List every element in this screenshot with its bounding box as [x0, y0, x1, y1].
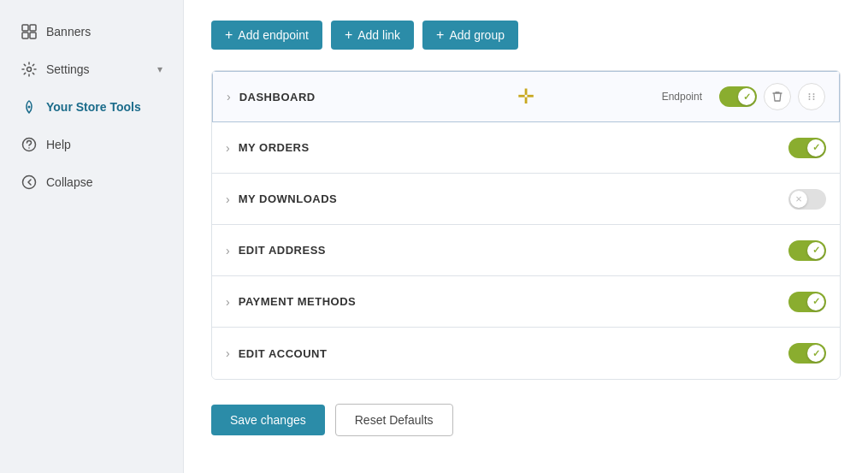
svg-point-14	[813, 98, 815, 100]
toggle-dashboard[interactable]	[719, 86, 757, 107]
sidebar-item-label: Collapse	[46, 175, 92, 189]
delete-button[interactable]	[764, 83, 791, 110]
sidebar-item-label: Banners	[46, 25, 91, 38]
toggle-my-downloads[interactable]	[788, 189, 826, 210]
svg-point-12	[813, 96, 815, 98]
add-group-button[interactable]: + Add group	[422, 21, 518, 50]
svg-rect-0	[22, 25, 28, 31]
svg-point-10	[813, 93, 815, 95]
row-expand-icon[interactable]: ›	[226, 244, 230, 257]
reset-defaults-button[interactable]: Reset Defaults	[335, 404, 453, 436]
toggle-edit-address[interactable]	[788, 240, 826, 261]
sidebar-item-your-store-tools[interactable]: Your Store Tools	[5, 90, 178, 124]
main-content: + Add endpoint + Add link + Add group › …	[184, 0, 868, 473]
add-link-button[interactable]: + Add link	[331, 21, 414, 50]
sidebar-item-help[interactable]: Help	[5, 127, 178, 162]
sidebar: Banners Settings ▾ Your Store Tools	[0, 0, 184, 473]
row-actions	[788, 240, 826, 261]
row-expand-icon[interactable]: ›	[227, 90, 231, 103]
row-expand-icon[interactable]: ›	[226, 346, 230, 360]
svg-point-11	[809, 96, 811, 98]
chevron-down-icon: ▾	[157, 63, 162, 75]
row-actions: Endpoint	[662, 83, 825, 110]
rocket-icon	[21, 98, 38, 115]
sidebar-item-collapse[interactable]: Collapse	[5, 165, 178, 199]
sidebar-item-label: Settings	[46, 62, 90, 76]
svg-point-7	[28, 147, 30, 149]
table-row: › EDIT ADDRESS	[212, 225, 840, 276]
plus-icon: +	[345, 27, 352, 43]
svg-point-5	[28, 106, 31, 109]
svg-point-13	[809, 98, 811, 100]
table-row: › PAYMENT METHODS	[212, 276, 840, 328]
save-button[interactable]: Save changes	[211, 405, 325, 435]
svg-rect-3	[30, 33, 36, 38]
grid-icon	[21, 23, 38, 40]
menu-list: › DASHBOARD ✛ Endpoint	[211, 70, 841, 380]
svg-point-4	[27, 68, 32, 72]
help-icon	[21, 136, 38, 153]
collapse-icon	[21, 174, 38, 191]
table-row: › EDIT ACCOUNT	[212, 328, 840, 379]
row-actions	[788, 138, 826, 158]
row-expand-icon[interactable]: ›	[226, 295, 230, 309]
svg-point-9	[809, 93, 811, 95]
sidebar-item-settings[interactable]: Settings ▾	[5, 52, 178, 86]
svg-rect-1	[30, 25, 36, 31]
drag-handle-button[interactable]	[798, 83, 825, 110]
svg-rect-2	[22, 33, 28, 38]
table-row: › MY ORDERS	[212, 122, 840, 174]
add-endpoint-button[interactable]: + Add endpoint	[211, 21, 322, 50]
row-expand-icon[interactable]: ›	[226, 192, 230, 206]
row-expand-icon[interactable]: ›	[226, 141, 230, 155]
plus-icon: +	[436, 27, 444, 43]
row-actions	[788, 292, 826, 312]
sidebar-item-banners[interactable]: Banners	[5, 15, 178, 49]
footer-actions: Save changes Reset Defaults	[211, 404, 841, 436]
table-row: › MY DOWNLOADS	[212, 174, 840, 225]
table-row: › DASHBOARD ✛ Endpoint	[212, 71, 840, 122]
sidebar-item-label: Your Store Tools	[46, 100, 141, 114]
plus-icon: +	[225, 27, 233, 43]
toggle-payment-methods[interactable]	[788, 292, 826, 312]
toolbar: + Add endpoint + Add link + Add group	[211, 21, 841, 50]
row-actions	[788, 343, 826, 364]
row-actions	[788, 189, 826, 210]
gear-icon	[21, 61, 38, 78]
toggle-my-orders[interactable]	[788, 138, 826, 158]
sidebar-item-label: Help	[46, 138, 71, 151]
toggle-edit-account[interactable]	[788, 343, 826, 364]
